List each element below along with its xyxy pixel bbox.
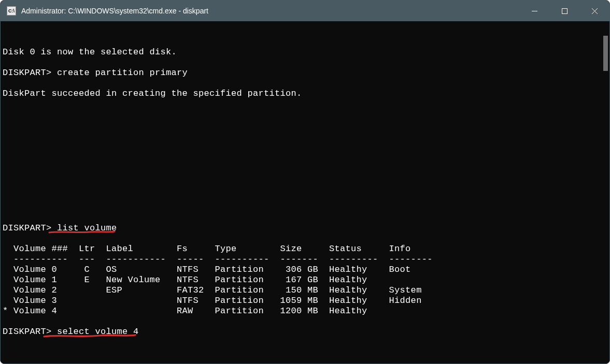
table-header: Volume ### Ltr Label Fs Type Size Status… bbox=[3, 244, 411, 254]
window-controls bbox=[519, 1, 609, 21]
text-create-ok: DiskPart succeeded in creating the speci… bbox=[3, 89, 302, 98]
table-row: Volume 0 C OS NTFS Partition 306 GB Heal… bbox=[3, 265, 411, 274]
prompt: DISKPART> bbox=[3, 68, 52, 78]
prompt: DISKPART> bbox=[3, 223, 52, 233]
titlebar[interactable]: C:\ Administrator: C:\WINDOWS\system32\c… bbox=[1, 1, 609, 21]
output-line: DISKPART> list volume Volume ### Ltr Lab… bbox=[3, 213, 600, 337]
cmd-create-partition: create partition primary bbox=[57, 68, 188, 78]
maximize-button[interactable] bbox=[549, 1, 579, 21]
table-divider: ---------- --- ----------- ----- -------… bbox=[3, 254, 433, 264]
text-disk-selected: Disk 0 is now the selected disk. bbox=[3, 47, 177, 57]
window-title: Administrator: C:\WINDOWS\system32\cmd.e… bbox=[21, 7, 519, 15]
terminal-area: Disk 0 is now the selected disk. DISKPAR… bbox=[1, 21, 609, 364]
svg-rect-1 bbox=[562, 8, 567, 13]
table-row: Volume 2 ESP FAT32 Partition 150 MB Heal… bbox=[3, 285, 422, 295]
cmd-select-volume: select volume 4 bbox=[57, 327, 139, 337]
scrollbar-thumb[interactable] bbox=[603, 36, 608, 71]
cmd-icon: C:\ bbox=[7, 6, 16, 16]
cmd-list-volume: list volume bbox=[57, 223, 117, 233]
output-line: Disk 0 is now the selected disk. DISKPAR… bbox=[3, 37, 600, 99]
close-button[interactable] bbox=[579, 1, 609, 21]
table-row: * Volume 4 RAW Partition 1200 MB Healthy bbox=[3, 306, 367, 316]
scrollbar[interactable] bbox=[602, 21, 609, 364]
minimize-button[interactable] bbox=[519, 1, 549, 21]
table-row: Volume 3 NTFS Partition 1059 MB Healthy … bbox=[3, 296, 422, 305]
table-row: Volume 1 E New Volume NTFS Partition 167… bbox=[3, 275, 367, 285]
terminal-output[interactable]: Disk 0 is now the selected disk. DISKPAR… bbox=[1, 21, 602, 364]
cmd-window: C:\ Administrator: C:\WINDOWS\system32\c… bbox=[0, 0, 610, 364]
prompt: DISKPART> bbox=[3, 327, 52, 337]
